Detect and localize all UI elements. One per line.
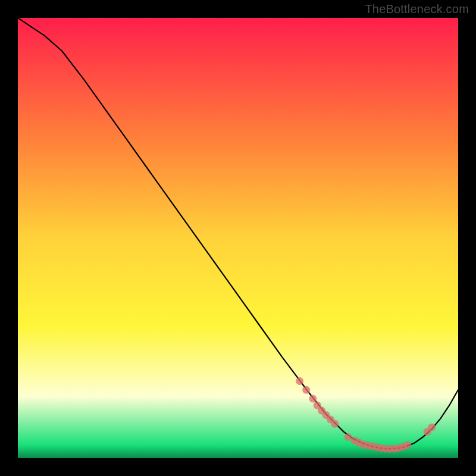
bottleneck-chart [18,18,458,458]
data-point [345,433,352,441]
plot-area [18,18,458,458]
data-point [428,424,436,431]
data-point [403,441,411,449]
gradient-background [18,18,458,458]
data-point [296,377,303,385]
chart-frame: TheBottleneck.com [0,0,476,476]
watermark-text: TheBottleneck.com [365,2,469,16]
data-point [309,395,317,403]
data-point [302,386,310,394]
data-point [331,420,339,428]
